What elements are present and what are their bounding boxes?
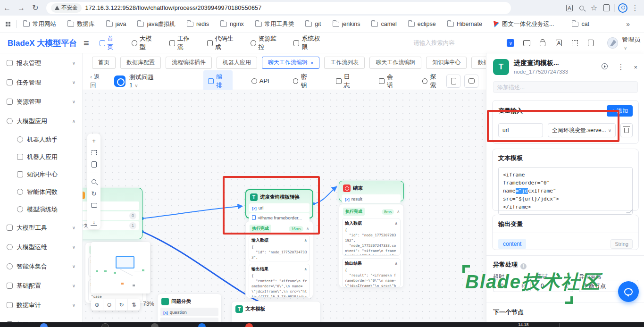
assistant-button[interactable] — [464, 75, 478, 88]
collapse-icon[interactable] — [395, 221, 398, 226]
theme-shirt-icon[interactable] — [522, 39, 531, 47]
tab-workflow-list[interactable]: 工作流列表 — [324, 57, 365, 69]
close-icon[interactable] — [308, 59, 313, 66]
bookmark-folder[interactable]: cat — [572, 21, 589, 27]
question-node[interactable]: 问题分类 question — [157, 293, 222, 322]
todo-check-icon[interactable] — [506, 39, 515, 47]
flow-name-dropdown[interactable]: 测试问题1 — [129, 73, 162, 89]
user-menu[interactable]: 管理员 — [622, 35, 644, 51]
search-icon[interactable] — [91, 178, 97, 185]
bookmark-folder[interactable]: nginx — [220, 21, 244, 27]
user-avatar[interactable] — [607, 37, 618, 49]
doc-search-icon[interactable] — [586, 39, 595, 47]
apps-grid-icon[interactable] — [6, 22, 10, 26]
sidebar-item-knowledge[interactable]: 知识库中心 — [0, 166, 82, 183]
brand-logo[interactable]: BladeX 大模型平台 — [8, 38, 84, 49]
auto-layout-icon[interactable] — [128, 299, 140, 310]
download-icon[interactable] — [91, 219, 97, 226]
template-var-row[interactable]: url — [249, 203, 309, 212]
timeout-input[interactable]: 60秒 — [493, 280, 531, 292]
template-code-editor[interactable]: <iframe frameborder="0" name="jdcxIframe… — [498, 167, 633, 215]
menu-secret-key[interactable]: 密钥 — [288, 70, 317, 92]
collapse-icon[interactable] — [304, 267, 308, 271]
zoom-search-icon[interactable] — [576, 2, 588, 14]
sidebar-item-llm-app[interactable]: 大模型应用∧ — [0, 111, 82, 131]
nav-home[interactable]: 首页 — [100, 34, 118, 51]
extensions-icon[interactable] — [600, 2, 612, 14]
question-extra-row[interactable] — [160, 318, 218, 322]
chat-widget-button[interactable] — [618, 281, 639, 302]
bookmark-folder[interactable]: java虚拟机 — [137, 20, 175, 28]
search-input[interactable] — [413, 40, 489, 46]
url-text[interactable]: 172.16.3.122:9528/flow/chatflow/process/… — [85, 5, 262, 11]
bottom-node[interactable]: T文本模板 — [231, 301, 321, 322]
delete-variable-button[interactable] — [620, 123, 633, 137]
question-var-row[interactable]: question — [160, 308, 218, 316]
tab-knowledge-center[interactable]: 知识库中心 — [426, 57, 467, 69]
address-bar[interactable]: 不安全 172.16.3.122:9528/flow/chatflow/proc… — [46, 2, 511, 14]
tab-robot-app[interactable]: 机器人应用 — [217, 57, 257, 69]
bookmark-folder[interactable]: camel — [371, 21, 396, 27]
menu-arrange[interactable]: 编排 — [203, 70, 232, 92]
sidebar-item-playground[interactable]: 模型演练场 — [0, 201, 82, 218]
fit-view-icon[interactable] — [91, 149, 97, 156]
nav-llm[interactable]: 大模型 — [132, 34, 156, 51]
variable-name-input[interactable] — [498, 123, 543, 137]
os-taskbar[interactable]: 14:18 — [0, 322, 644, 327]
menu-api[interactable]: API — [247, 75, 274, 87]
sidebar-item-agent-ask[interactable]: 智能体问数 — [0, 183, 82, 201]
collapse-icon[interactable] — [306, 226, 309, 231]
bookmark-folder[interactable]: java — [106, 21, 126, 27]
retry-input[interactable]: 0次 — [536, 280, 573, 292]
nav-permission[interactable]: 系统权限 — [293, 34, 324, 51]
tab-home[interactable]: 首页 — [92, 57, 116, 69]
taskbar-app-icon[interactable] — [198, 323, 206, 327]
bookmark-star-icon[interactable] — [588, 2, 600, 14]
sidebar-item-base-config[interactable]: 基础配置∨ — [0, 276, 82, 295]
bookmark-folder[interactable]: Hibernate — [447, 21, 482, 27]
zoom-out-icon[interactable] — [103, 299, 116, 310]
menu-sessions[interactable]: 会话 — [374, 70, 403, 92]
sidebar-item-data-audit[interactable]: 数据审计∨ — [0, 295, 82, 315]
collapse-icon[interactable] — [304, 238, 308, 243]
zoom-reset-icon[interactable] — [116, 299, 128, 310]
browser-refresh-icon[interactable] — [28, 3, 42, 12]
zoom-in-icon[interactable] — [91, 299, 103, 310]
bookmark-item[interactable]: 图文一体化业务运... — [493, 20, 554, 28]
template-node[interactable]: T进度查询模板转换 url <iframe frameborder... — [245, 189, 313, 218]
back-button[interactable]: 返回 — [90, 73, 106, 90]
end-var-row[interactable]: result — [342, 194, 401, 203]
variable-value-select[interactable]: 全局环境变量.serve... — [548, 123, 616, 137]
sidebar-item-task[interactable]: 任务管理∨ — [0, 73, 82, 92]
clipboard-button[interactable] — [446, 75, 460, 88]
sidebar-item-llm-ops[interactable]: 大模型运维∨ — [0, 237, 82, 257]
end-node[interactable]: 结束 result — [339, 181, 404, 201]
browser-menu-icon[interactable] — [629, 2, 641, 14]
bookmark-folder[interactable]: 数据库 — [67, 20, 95, 28]
flow-canvas[interactable]: 0 分支21 执行完成 输入数据 { "id": "nod 输出结果 "inde… — [83, 90, 486, 322]
more-menu-icon[interactable] — [617, 63, 624, 71]
run-node-icon[interactable] — [602, 63, 608, 71]
minimap-viewport[interactable] — [116, 256, 134, 268]
browser-back-icon[interactable] — [0, 4, 14, 12]
security-chip[interactable]: 不安全 — [51, 3, 82, 13]
menu-explore[interactable]: 探索 — [418, 70, 446, 92]
tab-flow-plugin[interactable]: 流程编排插件 — [166, 57, 212, 69]
nav-workflow[interactable]: 工作流 — [169, 34, 194, 51]
taskbar-app-icon[interactable] — [40, 323, 48, 327]
lock-icon[interactable] — [538, 39, 547, 47]
bookmark-folder[interactable]: eclipse — [408, 21, 436, 27]
taskbar-app-icon[interactable] — [245, 323, 253, 327]
sidebar-item-robot-assistant[interactable]: 机器人助手 — [0, 131, 82, 148]
collapse-icon[interactable] — [395, 261, 398, 266]
nav-codegen[interactable]: 代码生成 — [207, 34, 237, 51]
minimap[interactable] — [91, 242, 150, 293]
bookmark-folder[interactable]: redis — [187, 21, 209, 27]
language-icon[interactable] — [554, 39, 563, 47]
sidebar-item-resource[interactable]: 资源管理∨ — [0, 92, 82, 111]
output-variable-chip[interactable]: content — [498, 239, 526, 249]
fullscreen-icon[interactable] — [570, 39, 579, 47]
taskbar-app-icon[interactable] — [101, 323, 109, 327]
bookmark-folder[interactable]: 常用网站 — [23, 20, 56, 28]
collapse-icon[interactable] — [397, 210, 400, 214]
